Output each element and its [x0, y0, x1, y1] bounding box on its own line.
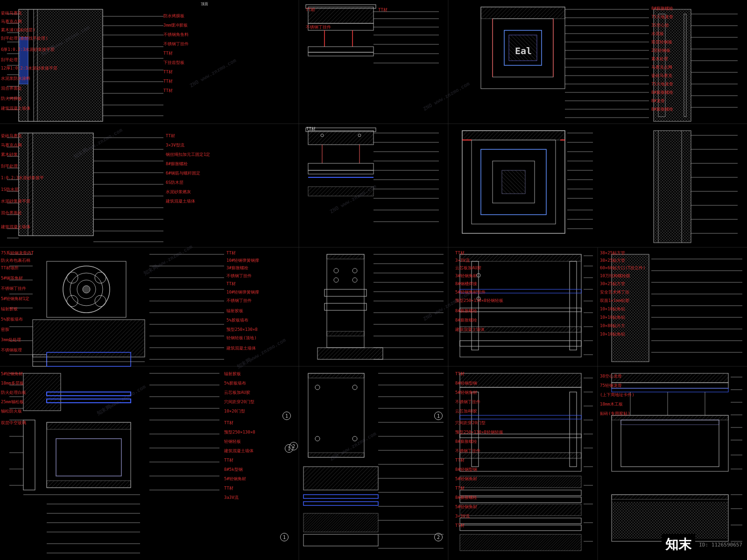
ann-brt-1: 38×25贴方管 — [600, 250, 625, 256]
ann-bbcr-15: 5#轻钢角材 — [455, 504, 477, 510]
svg-point-165 — [95, 272, 106, 283]
svg-point-198 — [352, 278, 357, 282]
ann-bbl-2: 18mm多层板 — [1, 380, 24, 386]
svg-point-196 — [334, 278, 338, 282]
ann-bbl-6: 双层中空玻璃 — [1, 420, 26, 426]
ann-bl-5: 不锈钢丁挂件 — [1, 286, 26, 292]
ann-bl-9: 密胺 — [1, 327, 9, 333]
svg-rect-338 — [621, 420, 719, 467]
ann-brt-4: 10万结构螺栓眼 — [600, 273, 630, 279]
ann-bbcr-17: TT材 — [455, 523, 465, 529]
svg-rect-134 — [462, 131, 565, 140]
ann-tr-8: TT材 — [163, 78, 173, 84]
svg-rect-317 — [460, 525, 581, 531]
svg-rect-309 — [460, 415, 581, 419]
ann-tr-5: TT材 — [163, 50, 173, 56]
svg-rect-339 — [621, 420, 719, 425]
ann-bbcr-16: 3×3V流 — [455, 513, 470, 519]
ann-bcl-1: TT材 — [226, 250, 236, 256]
ann-tl-5: 6厚1:0.2:3水泥砂浆接平层 — [1, 47, 55, 53]
ann-bcr-3: 云芯板加AU胶 — [455, 265, 481, 271]
svg-point-166 — [67, 295, 78, 307]
ann-tl-8: 水泥浆防水涂料 — [1, 76, 30, 82]
main-canvas: 瓷砖马赛克 马赛克点网 素木浦(或粘结层) 刮平处理(基层找平处理) 6厚1:0… — [0, 0, 747, 560]
svg-rect-314 — [460, 497, 581, 503]
ann-bl-6: 5#轻钢角材1定 — [1, 296, 29, 302]
svg-point-163 — [83, 286, 90, 293]
ann-tr-2: 3mm缓冲胶板 — [163, 22, 188, 28]
ann-bcl-8: 辐射胶板 — [226, 308, 243, 314]
eal-text: Eal — [515, 44, 532, 57]
ann-bcl-7: 不锈钢丁挂件 — [226, 298, 252, 304]
ann-tl-3: 素木浦(或粘结层) — [1, 27, 35, 33]
svg-rect-149 — [654, 131, 691, 243]
logo-area: 知末 ID: 1126590657 — [662, 534, 742, 555]
ann-bl-11: 不锈钢板理 — [1, 347, 22, 353]
svg-rect-332 — [612, 388, 728, 392]
svg-rect-247 — [23, 420, 35, 490]
ann-ml-8: 混合界面处 — [1, 210, 22, 216]
ann-topright-1: 8#膨胀螺栓 — [651, 6, 673, 12]
svg-rect-313 — [460, 490, 581, 496]
ann-bbl-1: 5#轻钢角材 — [1, 371, 23, 377]
svg-rect-133 — [502, 170, 525, 194]
ann-tl-10: 防火烤膜板 — [1, 96, 22, 102]
svg-point-281 — [315, 385, 320, 390]
ann-brt-8: 10×10贴角铝 — [600, 306, 625, 312]
ann-tl-7: 12厚1:0.2:3水泥砂浆接平层 — [1, 65, 57, 71]
ann-bl-10: 3mm处处理 — [1, 337, 21, 343]
svg-rect-286 — [303, 467, 378, 490]
ann-bcr-8: 8#膨胀螺栓 — [455, 308, 477, 314]
marker-1: 1 — [280, 533, 289, 541]
ann-mlr-7: 水泥砂浆燃灰 — [166, 189, 191, 195]
ann-bblr-4: 穴间距穿20门型 — [224, 399, 254, 405]
svg-rect-331 — [612, 383, 728, 388]
ann-brt-7: 双面1×1mm铝塑 — [600, 298, 629, 304]
ann-ml-4: 刮平处理 — [1, 163, 18, 169]
ann-bcr-1: TT材 — [455, 250, 465, 256]
ann-bblr-9: 建筑混凝土墙体 — [224, 448, 254, 454]
svg-rect-115 — [308, 163, 374, 170]
drawing-id: ID: 1126590657 — [699, 542, 742, 548]
svg-rect-214 — [460, 254, 581, 261]
svg-rect-88 — [33, 133, 93, 236]
ann-bblr-1: 辐射胶板 — [224, 371, 241, 377]
svg-point-164 — [67, 272, 78, 283]
svg-rect-342 — [612, 502, 728, 539]
ann-tl-1: 瓷砖马赛克 — [1, 10, 22, 16]
ann-bbcr-11: 8#轻钢型钢 — [455, 467, 477, 473]
ann-brt-11: 10×10贴角铝 — [600, 331, 625, 337]
ann-mlr-8: 建筑混凝土墙体 — [166, 198, 195, 204]
svg-rect-280 — [308, 453, 364, 457]
ann-bblr-14: 3a3V流 — [224, 495, 239, 501]
logo-zhimo-text: 知末 — [665, 537, 691, 552]
ann-bl-4: 5#钢等角材 — [1, 275, 23, 281]
ann-bblr-12: 5#轻钢角材 — [224, 476, 246, 482]
ann-tr-9: TT材 — [163, 88, 173, 94]
svg-rect-118 — [308, 187, 374, 196]
ann-bl-8: 5%胶板墙布 — [1, 316, 23, 322]
ann-tr-6: 下挂齿型板 — [163, 60, 184, 66]
svg-point-284 — [352, 436, 357, 441]
ann-tl-4: 刮平处理(基层找平处理) — [1, 35, 48, 42]
ann-bcl-6: 10#轻钢弹簧钢撑 — [226, 289, 259, 295]
ann-bbr-5: 贴砖(专用胶贴) — [600, 411, 630, 417]
ann-mlr-2: 3×3V型流 — [166, 142, 184, 148]
ann-bbl-3: 防火处理白板 — [1, 390, 26, 396]
ann-topright-4: 水泥板 — [651, 31, 664, 37]
ann-top-1: 顶面 — [201, 1, 208, 7]
svg-rect-290 — [303, 534, 378, 546]
svg-rect-216 — [570, 261, 577, 350]
ann-bbcr-5: 云芯加AU胶 — [455, 408, 477, 414]
logo-box: 知末 — [662, 534, 695, 555]
ann-topright-7: 素木处理 — [651, 56, 668, 62]
ann-bl-2: 防火布包裹石棉 — [1, 258, 30, 264]
ann-topright-8: 马赛克点网 — [651, 64, 672, 70]
ann-bcr-10: 建筑混凝土墙体 — [455, 327, 485, 333]
ann-topright-11: 8#膨胀螺栓 — [651, 90, 673, 96]
ann-bbcr-3: 5#轻钢角材 — [455, 390, 477, 396]
ann-ml-6: 1S防水层 — [1, 187, 19, 193]
ann-ml-5: 1:0.2:3水泥砂浆接平 — [1, 175, 44, 181]
svg-rect-200 — [324, 303, 366, 310]
svg-rect-43 — [308, 52, 374, 56]
